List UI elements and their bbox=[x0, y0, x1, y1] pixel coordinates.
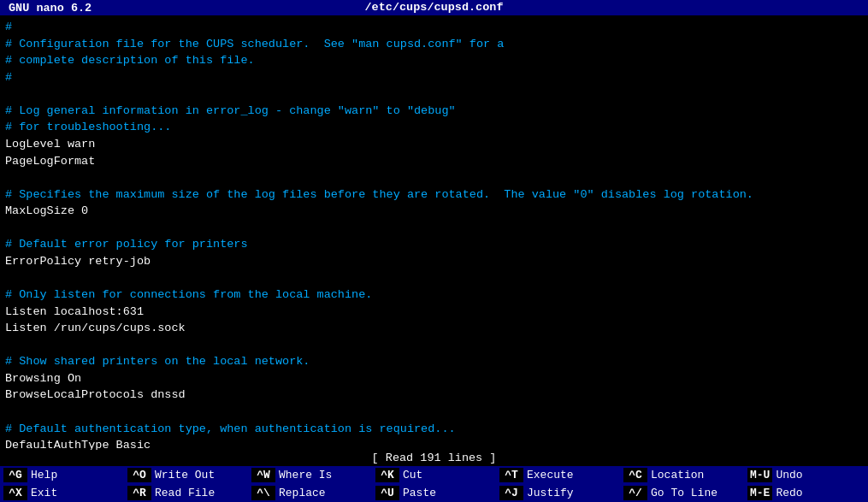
shortcut-key: ^R bbox=[127, 486, 151, 500]
shortcut-label: Help bbox=[31, 469, 57, 481]
shortcut-item[interactable]: ^RRead File bbox=[124, 484, 248, 502]
shortcut-item[interactable]: ^KCut bbox=[372, 466, 496, 484]
shortcut-bar: ^GHelp^OWrite Out^WWhere Is^KCut^TExecut… bbox=[0, 466, 868, 502]
shortcut-label: Write Out bbox=[155, 469, 215, 481]
shortcut-label: Paste bbox=[403, 487, 436, 499]
shortcut-item[interactable]: M-ERedo bbox=[744, 484, 868, 502]
status-message: [ Read 191 lines ] bbox=[369, 452, 500, 464]
shortcut-item[interactable]: ^/Go To Line bbox=[620, 484, 744, 502]
shortcut-key: ^K bbox=[375, 468, 399, 482]
shortcut-item[interactable]: ^XExit bbox=[0, 484, 124, 502]
shortcut-key: M-E bbox=[747, 486, 772, 500]
shortcut-label: Undo bbox=[776, 469, 802, 481]
shortcut-label: Where Is bbox=[279, 469, 332, 481]
shortcut-key: ^X bbox=[3, 486, 27, 500]
title-bar: GNU nano 6.2 /etc/cups/cupsd.conf bbox=[0, 0, 868, 15]
shortcut-item[interactable]: ^GHelp bbox=[0, 466, 124, 484]
shortcut-item[interactable]: ^UPaste bbox=[372, 484, 496, 502]
shortcut-item[interactable]: ^OWrite Out bbox=[124, 466, 248, 484]
shortcut-label: Redo bbox=[776, 487, 802, 499]
shortcut-label: Execute bbox=[527, 469, 574, 481]
shortcut-key: ^U bbox=[375, 486, 399, 500]
shortcut-label: Cut bbox=[403, 469, 422, 481]
shortcut-item[interactable]: ^TExecute bbox=[496, 466, 620, 484]
shortcut-key: ^G bbox=[3, 468, 27, 482]
shortcut-key: ^C bbox=[623, 468, 647, 482]
shortcut-label: Go To Line bbox=[651, 487, 717, 499]
file-path: /etc/cups/cupsd.conf bbox=[364, 1, 503, 14]
status-bar: [ Read 191 lines ] bbox=[0, 450, 868, 466]
shortcut-key: M-U bbox=[747, 468, 772, 482]
editor-area[interactable]: # # Configuration file for the CUPS sche… bbox=[0, 15, 868, 450]
shortcut-key: ^O bbox=[127, 468, 151, 482]
shortcut-label: Justify bbox=[527, 487, 574, 499]
shortcut-item[interactable]: ^WWhere Is bbox=[248, 466, 372, 484]
shortcut-item[interactable]: ^JJustify bbox=[496, 484, 620, 502]
shortcut-key: ^W bbox=[251, 468, 275, 482]
shortcut-label: Replace bbox=[279, 487, 326, 499]
app-name: GNU nano 6.2 bbox=[9, 2, 92, 15]
shortcut-label: Exit bbox=[31, 487, 57, 499]
shortcut-key: ^\ bbox=[251, 486, 275, 500]
shortcut-key: ^J bbox=[499, 486, 523, 500]
shortcut-item[interactable]: ^\Replace bbox=[248, 484, 372, 502]
shortcut-label: Location bbox=[651, 469, 704, 481]
shortcut-key: ^T bbox=[499, 468, 523, 482]
shortcut-key: ^/ bbox=[623, 486, 647, 500]
shortcut-item[interactable]: M-UUndo bbox=[744, 466, 868, 484]
shortcut-item[interactable]: ^CLocation bbox=[620, 466, 744, 484]
shortcut-label: Read File bbox=[155, 487, 215, 499]
